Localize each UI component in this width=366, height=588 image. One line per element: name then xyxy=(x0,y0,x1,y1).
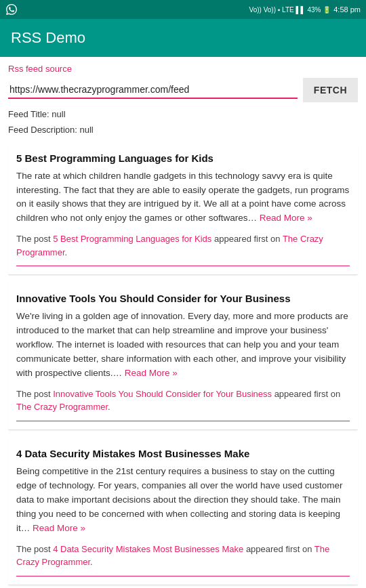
feed-item-excerpt: The rate at which children handle gadget… xyxy=(16,169,350,226)
status-signal: Vo)) Vo)) ▪ LTE ▌▌ 43% 🔋 xyxy=(249,6,331,14)
item-divider xyxy=(16,576,350,576)
app-bar: RSS Demo xyxy=(0,19,366,57)
feed-item-footer: The post 4 Data Security Mistakes Most B… xyxy=(16,543,350,569)
feed-url-input[interactable] xyxy=(8,81,298,99)
feed-item-post-link[interactable]: 4 Data Security Mistakes Most Businesses… xyxy=(53,544,243,554)
main-content: Rss feed source FETCH Feed Title: null F… xyxy=(0,57,366,588)
feed-item: 5 Best Programming Languages for Kids Th… xyxy=(8,143,358,276)
feed-item: Innovative Tools You Should Consider for… xyxy=(8,283,358,430)
feed-item-excerpt: Being competitive in the 21st century re… xyxy=(16,465,350,536)
feed-title-meta: Feed Title: null xyxy=(8,108,358,122)
feed-item-footer: The post Innovative Tools You Should Con… xyxy=(16,387,350,414)
feed-item-excerpt: We're living in a golden age of innovati… xyxy=(16,310,350,381)
fetch-button[interactable]: FETCH xyxy=(303,78,358,102)
status-time: 4:58 pm xyxy=(333,5,361,14)
status-bar: Vo)) Vo)) ▪ LTE ▌▌ 43% 🔋 4:58 pm xyxy=(0,0,366,19)
feed-item-footer: The post 5 Best Programming Languages fo… xyxy=(16,232,350,259)
app-title: RSS Demo xyxy=(11,29,85,47)
feed-input-row: FETCH xyxy=(8,78,358,102)
feed-item-title: Innovative Tools You Should Consider for… xyxy=(16,293,350,304)
feed-description-meta: Feed Description: null xyxy=(8,123,358,138)
read-more-link[interactable]: Read More » xyxy=(33,523,85,533)
feed-source-label: Rss feed source xyxy=(8,64,358,74)
feed-item-post-link[interactable]: Innovative Tools You Should Consider for… xyxy=(53,389,272,399)
feed-item-site-link[interactable]: The Crazy Programmer xyxy=(16,402,108,412)
feed-list: 5 Best Programming Languages for Kids Th… xyxy=(8,143,358,585)
feed-item: 4 Data Security Mistakes Most Businesses… xyxy=(8,438,358,585)
item-divider xyxy=(16,421,350,421)
whatsapp-icon xyxy=(5,3,18,16)
feed-item-title: 4 Data Security Mistakes Most Businesses… xyxy=(16,448,350,459)
feed-item-title: 5 Best Programming Languages for Kids xyxy=(16,152,350,164)
read-more-link[interactable]: Read More » xyxy=(125,368,178,378)
status-right: Vo)) Vo)) ▪ LTE ▌▌ 43% 🔋 4:58 pm xyxy=(249,5,361,14)
read-more-link[interactable]: Read More » xyxy=(260,213,312,223)
feed-item-post-link[interactable]: 5 Best Programming Languages for Kids xyxy=(53,234,211,244)
status-left xyxy=(5,3,18,16)
item-divider xyxy=(16,266,350,266)
